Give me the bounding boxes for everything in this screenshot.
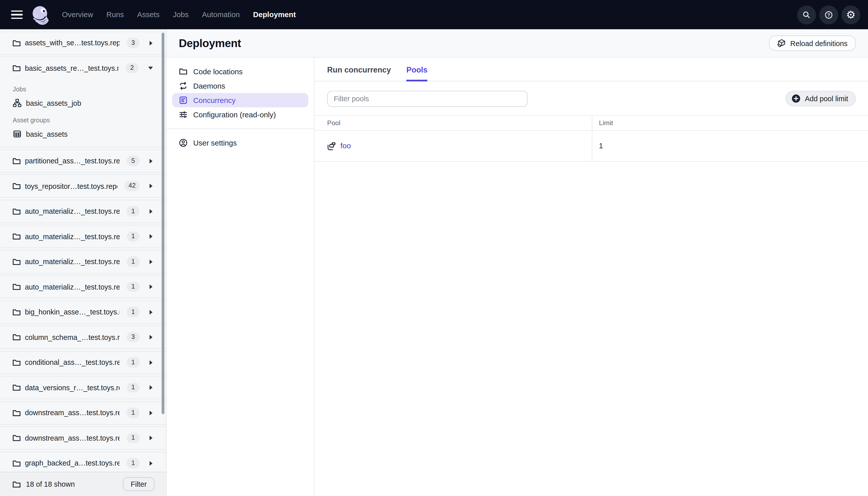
repo-count-summary: 18 of 18 shown <box>26 480 75 489</box>
chevron-right-icon[interactable] <box>149 158 154 164</box>
repo-count-badge: 1 <box>127 383 140 393</box>
repo-row[interactable]: assets_with_se…test.toys.repo 3 <box>0 31 166 55</box>
repo-row[interactable]: downstream_ass…test.toys.rep 1 <box>0 401 166 424</box>
pool-table-row: foo 1 <box>314 131 868 161</box>
folder-icon <box>12 156 21 165</box>
nav-item-label: Concurrency <box>193 96 235 105</box>
add-pool-limit-button[interactable]: Add pool limit <box>786 91 856 107</box>
repo-row[interactable]: toys_repositor…test.toys.repo 42 <box>0 174 166 198</box>
help-button[interactable]: ? <box>819 5 838 24</box>
repo-name: assets_with_se…test.toys.repo <box>25 39 120 47</box>
reload-cube-icon <box>777 39 786 48</box>
repo-row[interactable]: graph_backed_a…test.toys.repo 1 <box>0 451 166 474</box>
chevron-right-icon[interactable] <box>149 385 154 390</box>
menu-icon[interactable] <box>11 10 23 19</box>
repo-row[interactable]: auto_materializ…_test.toys.repo 1 <box>0 275 166 298</box>
tab-run-concurrency[interactable]: Run concurrency <box>327 65 391 81</box>
chevron-right-icon[interactable] <box>149 460 154 466</box>
nav-item-daemons[interactable]: Daemons <box>167 79 314 93</box>
repo-row[interactable]: auto_materializ…_test.toys.repo 1 <box>0 200 166 223</box>
jobs-section-header: Jobs <box>13 86 166 92</box>
repo-name: basic_assets_re…_test.toys.rep <box>25 64 119 72</box>
nav-link-runs[interactable]: Runs <box>107 11 124 19</box>
nav-item-label: Code locations <box>193 67 242 76</box>
nav-item-configuration[interactable]: Configuration (read-only) <box>167 108 314 122</box>
reload-definitions-label: Reload definitions <box>790 39 847 47</box>
sidebar-filter-button[interactable]: Filter <box>123 477 154 491</box>
nav-link-overview[interactable]: Overview <box>62 11 93 19</box>
repo-row[interactable]: column_schema_…test.toys.rep 3 <box>0 326 166 349</box>
pool-link[interactable]: foo <box>340 142 351 150</box>
chevron-right-icon[interactable] <box>149 435 154 440</box>
folder-icon <box>179 67 188 76</box>
repo-name: conditional_ass…_test.toys.repo <box>25 358 120 367</box>
main-area: Deployment Reload definitions Code loc <box>167 29 868 496</box>
chevron-right-icon[interactable] <box>149 208 154 214</box>
tab-pools[interactable]: Pools <box>406 65 427 81</box>
repo-name: auto_materializ…_test.toys.repo <box>25 232 120 241</box>
help-icon: ? <box>824 10 833 19</box>
repo-name: auto_materializ…_test.toys.repo <box>25 207 120 215</box>
chevron-right-icon[interactable] <box>149 410 154 415</box>
nav-divider <box>167 128 314 129</box>
repo-row[interactable]: data_versions_r…_test.toys.rep 1 <box>0 376 166 399</box>
repo-name: data_versions_r…_test.toys.rep <box>25 384 120 392</box>
folder-icon <box>12 308 21 316</box>
plus-circle-icon <box>791 94 800 103</box>
repo-count-badge: 1 <box>127 307 140 317</box>
chevron-right-icon[interactable] <box>149 259 154 264</box>
repo-row[interactable]: downstream_ass…test.toys.rep 1 <box>0 426 166 449</box>
repo-row[interactable]: basic_assets_re…_test.toys.rep 2 <box>0 57 166 79</box>
repo-row[interactable]: auto_materializ…_test.toys.repo 1 <box>0 225 166 248</box>
job-item[interactable]: basic_assets_job <box>0 96 166 110</box>
nav-item-concurrency[interactable]: Concurrency <box>172 93 309 107</box>
asset-group-name: basic_assets <box>26 130 67 138</box>
dagster-logo[interactable] <box>30 4 51 25</box>
daemons-loop-icon <box>179 81 188 90</box>
chevron-right-icon[interactable] <box>149 284 154 290</box>
nav-link-automation[interactable]: Automation <box>202 11 240 19</box>
nav-item-label: User settings <box>193 139 237 147</box>
nav-item-user-settings[interactable]: User settings <box>167 136 314 150</box>
search-button[interactable] <box>797 5 816 24</box>
repo-name: auto_materializ…_test.toys.repo <box>25 258 120 266</box>
repo-name: downstream_ass…test.toys.rep <box>25 409 120 417</box>
deployment-settings-nav: Code locations Daemons Concurrency Confi… <box>167 58 314 496</box>
chevron-right-icon[interactable] <box>149 335 154 340</box>
chevron-right-icon[interactable] <box>149 309 154 315</box>
repo-row[interactable]: big_honkin_asse…_test.toys.rep 1 <box>0 300 166 324</box>
folder-icon <box>12 64 21 73</box>
repo-row[interactable]: conditional_ass…_test.toys.repo 1 <box>0 351 166 374</box>
sidebar-scrollbar-thumb[interactable] <box>162 33 164 414</box>
nav-link-assets[interactable]: Assets <box>137 11 160 19</box>
filter-pools-input[interactable] <box>327 91 528 107</box>
repo-name: column_schema_…test.toys.rep <box>25 333 120 341</box>
top-nav: Overview Runs Assets Jobs Automation Dep… <box>0 0 868 29</box>
chevron-down-icon[interactable] <box>148 66 153 71</box>
pools-table: Pool Limit foo <box>314 115 868 161</box>
chevron-right-icon[interactable] <box>149 359 154 365</box>
asset-group-item[interactable]: basic_assets <box>0 127 166 141</box>
settings-button[interactable]: ⚙ <box>841 5 860 24</box>
repo-name: toys_repositor…test.toys.repo <box>25 182 117 190</box>
nav-link-deployment[interactable]: Deployment <box>253 11 296 19</box>
repo-count-badge: 42 <box>125 181 140 191</box>
column-header-pool: Pool <box>314 116 593 130</box>
tab-bar: Run concurrency Pools <box>314 58 868 81</box>
dagster-app: Overview Runs Assets Jobs Automation Dep… <box>0 0 868 496</box>
nav-item-code-locations[interactable]: Code locations <box>167 64 314 79</box>
reload-definitions-button[interactable]: Reload definitions <box>769 35 856 51</box>
nav-link-jobs[interactable]: Jobs <box>173 11 189 19</box>
topnav-actions: ? ⚙ <box>797 5 861 24</box>
chevron-right-icon[interactable] <box>149 183 154 189</box>
folder-icon <box>12 232 21 241</box>
repo-count-badge: 2 <box>126 63 139 73</box>
repo-row[interactable]: partitioned_ass…_test.toys.rep 5 <box>0 149 166 172</box>
pools-toolbar: Add pool limit <box>314 81 868 107</box>
settings-gear-icon: ⚙ <box>846 9 855 20</box>
chevron-right-icon[interactable] <box>149 234 154 239</box>
pool-stack-icon <box>327 141 336 150</box>
job-graph-icon <box>13 98 22 107</box>
repo-row[interactable]: auto_materializ…_test.toys.repo 1 <box>0 250 166 273</box>
chevron-right-icon[interactable] <box>149 40 154 46</box>
